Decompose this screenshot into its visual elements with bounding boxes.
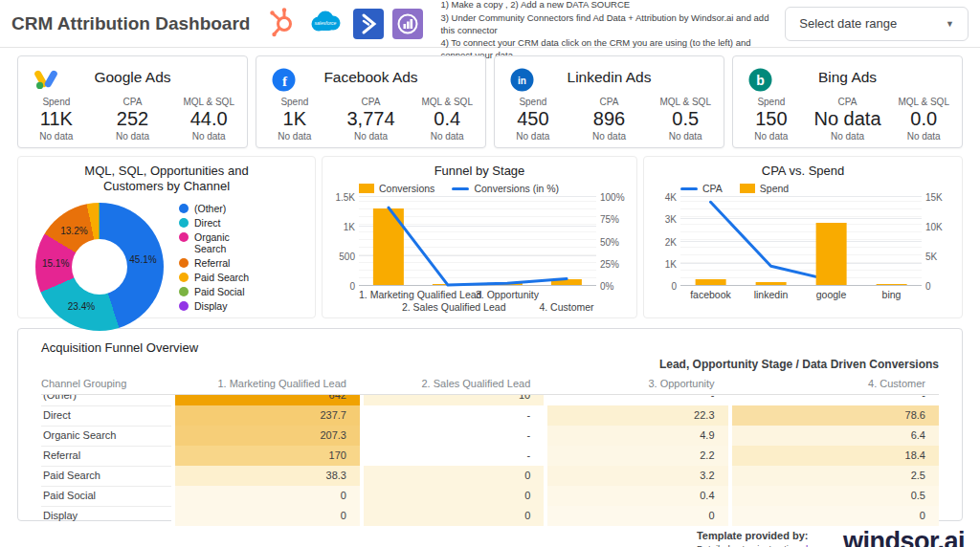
legend-label: Referral xyxy=(194,257,230,269)
mql-cell: 170 xyxy=(171,446,360,467)
funnel-chart-title: Funnel by Stage xyxy=(323,164,636,178)
sql-cell: 0 xyxy=(360,506,544,526)
metric-note: No data xyxy=(256,131,333,142)
metric-note: No data xyxy=(95,131,171,142)
legend-label: Paid Search xyxy=(194,272,249,283)
channel-donut-chart: MQL, SQL, Opportunities and Customers by… xyxy=(17,156,316,318)
table-row: Paid Search 38.3 0 3.2 2.5 xyxy=(41,466,939,486)
x-axis-label: 3. Opportunity xyxy=(476,289,539,300)
metric-label: MQL & SQL xyxy=(647,97,724,107)
metric-note: No data xyxy=(571,131,648,142)
charts-row: MQL, SQL, Opportunities and Customers by… xyxy=(0,154,980,322)
slice-label: 13.2% xyxy=(60,225,87,235)
column-header: 1. Marketing Qualified Lead xyxy=(171,378,360,389)
legend-dot xyxy=(179,232,189,242)
marketo-logo-icon[interactable] xyxy=(392,9,423,39)
cpa-chart: CPA vs. Spend CPA Spend 01K2K3K4K 05K10K… xyxy=(643,156,963,318)
google-ads-card: Google Ads Spend11KNo data CPA252No data… xyxy=(17,55,248,148)
metric-value: 3,774 xyxy=(333,108,410,130)
customer-cell: 6.4 xyxy=(728,426,939,447)
line-swatch-icon xyxy=(452,187,469,190)
x-axis-label: 2. Sales Qualified Lead xyxy=(402,301,506,313)
activecampaign-logo-icon[interactable] xyxy=(353,9,384,39)
legend-dot xyxy=(179,273,189,282)
metric-label: CPA xyxy=(571,97,648,107)
sql-cell: 0 xyxy=(360,466,544,487)
metric-note: No data xyxy=(333,131,410,142)
legend-label: Conversions (in %) xyxy=(474,183,559,194)
svg-text:salesforce: salesforce xyxy=(315,20,337,26)
legend-item: Paid Social xyxy=(179,286,254,297)
metric-note: No data xyxy=(733,131,810,142)
table-body[interactable]: (Other) 642 10 - - Direct 237.7 - 22.3 7… xyxy=(41,395,939,526)
metric-value: No data xyxy=(810,108,886,130)
cpa-chart-title: CPA vs. Spend xyxy=(644,164,962,178)
column-header: 3. Opportunity xyxy=(544,378,727,389)
legend-item: Spend xyxy=(740,183,789,194)
customer-cell: 0.5 xyxy=(728,486,939,507)
table-row: Display 0 0 0 0 xyxy=(41,506,939,526)
metric-note: No data xyxy=(885,131,962,142)
legend-label: Direct xyxy=(194,217,220,229)
legend-dot xyxy=(179,287,189,296)
hubspot-logo-icon[interactable] xyxy=(265,6,298,42)
metric-label: MQL & SQL xyxy=(885,97,962,107)
dashboard-instructions: To use this Dashboard 1) Make a copy , 2… xyxy=(440,0,785,62)
setup-instructions-link[interactable]: here xyxy=(806,543,824,547)
header: CRM Attribution Dashboard xyxy=(0,0,980,48)
legend-item: Display xyxy=(179,300,254,312)
table-header-row: Channel Grouping 1. Marketing Qualified … xyxy=(41,371,939,395)
column-header: 4. Customer xyxy=(728,378,939,389)
linkedin-ads-icon: in xyxy=(510,68,534,96)
metric-label: MQL & SQL xyxy=(170,97,247,107)
legend-item: (Other) xyxy=(179,203,254,214)
column-header: 2. Sales Qualified Lead xyxy=(360,378,544,389)
legend-label: Conversions xyxy=(379,183,434,194)
opportunity-cell: 2.2 xyxy=(544,446,727,467)
date-range-select[interactable]: Select date range ▼ xyxy=(785,7,969,41)
setup-instructions-text: Detailed setup instructions here xyxy=(697,543,824,547)
x-axis-label: facebook xyxy=(690,289,731,300)
funnel-left-axis: 05001K1.5K xyxy=(324,197,355,286)
svg-text:in: in xyxy=(518,76,526,86)
legend-dot xyxy=(179,204,189,213)
channel-cell: Referral xyxy=(41,446,171,467)
sql-cell: - xyxy=(360,426,544,447)
table-row: Referral 170 - 2.2 18.4 xyxy=(41,446,939,466)
metric-note: No data xyxy=(170,131,247,142)
cpa-left-axis: 01K2K3K4K xyxy=(646,197,677,286)
metric-note: No data xyxy=(647,131,724,142)
legend-item: Conversions xyxy=(359,183,434,194)
crm-logos: salesforce xyxy=(265,6,423,42)
table-title: Acquisition Funnel Overview xyxy=(41,340,939,355)
channel-cell: Organic Search xyxy=(41,426,171,447)
salesforce-logo-icon[interactable]: salesforce xyxy=(306,8,345,40)
donut-legend: (Other) Direct Organic Search Referral P… xyxy=(179,203,254,337)
metric-label: Spend xyxy=(733,97,810,107)
bar-swatch-icon xyxy=(740,184,755,193)
cpa-legend: CPA Spend xyxy=(680,183,962,194)
instructions-line-1: 1) Make a copy , 2) Add a new DATA SOURC… xyxy=(440,0,785,11)
sql-cell: - xyxy=(360,405,544,427)
funnel-plot xyxy=(359,197,596,286)
metric-label: Spend xyxy=(495,97,571,107)
metric-value: 0.5 xyxy=(647,108,724,130)
metric-label: CPA xyxy=(333,97,410,107)
sql-cell: - xyxy=(360,446,544,467)
legend-item: CPA xyxy=(680,183,723,194)
bar xyxy=(815,223,847,285)
metric-note: No data xyxy=(409,131,485,142)
legend-item: Conversions (in %) xyxy=(452,183,559,194)
page-title: CRM Attribution Dashboard xyxy=(11,13,250,34)
metric-cards-row: Google Ads Spend11KNo data CPA252No data… xyxy=(0,48,980,154)
legend-label: Spend xyxy=(760,183,789,194)
channel-cell: Display xyxy=(41,506,171,526)
table-row: Organic Search 207.3 - 4.9 6.4 xyxy=(41,426,939,446)
google-ads-icon xyxy=(33,68,58,95)
legend-item: Referral xyxy=(179,257,254,269)
metric-label: Spend xyxy=(256,97,333,107)
facebook-ads-icon: f xyxy=(272,68,296,96)
opportunity-cell: 0.4 xyxy=(544,486,727,507)
channel-cell: Paid Search xyxy=(41,466,171,487)
metric-label: MQL & SQL xyxy=(409,97,485,107)
